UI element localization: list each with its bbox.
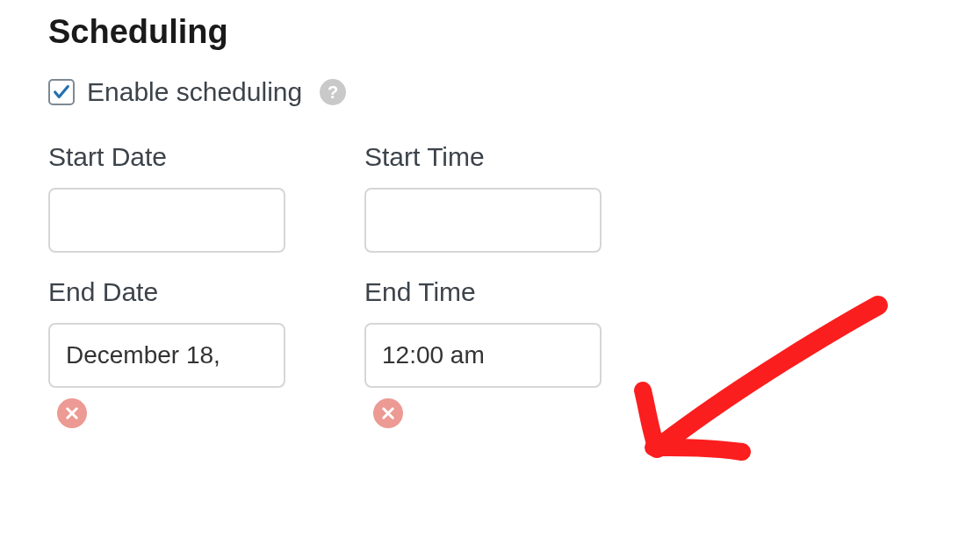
scheduling-heading: Scheduling [48, 13, 932, 51]
start-date-input[interactable] [48, 188, 285, 253]
help-icon[interactable]: ? [320, 79, 346, 105]
end-time-field: End Time [364, 277, 637, 428]
scheduling-fields: Start Date Start Time End Date End Time [48, 142, 932, 428]
close-icon [380, 405, 396, 421]
end-date-input[interactable] [48, 323, 285, 388]
clear-end-date-button[interactable] [57, 398, 87, 428]
checkmark-icon [52, 82, 71, 102]
start-time-field: Start Time [364, 142, 637, 253]
start-time-label: Start Time [364, 142, 637, 172]
clear-end-time-button[interactable] [373, 398, 403, 428]
end-date-label: End Date [48, 277, 321, 307]
enable-scheduling-checkbox[interactable] [48, 79, 75, 105]
end-time-input[interactable] [364, 323, 602, 388]
close-icon [64, 405, 80, 421]
enable-scheduling-label: Enable scheduling [87, 77, 302, 107]
start-date-label: Start Date [48, 142, 321, 172]
end-time-label: End Time [364, 277, 637, 307]
enable-scheduling-row: Enable scheduling ? [48, 77, 932, 107]
start-time-input[interactable] [364, 188, 602, 253]
end-date-field: End Date [48, 277, 321, 428]
start-date-field: Start Date [48, 142, 321, 253]
